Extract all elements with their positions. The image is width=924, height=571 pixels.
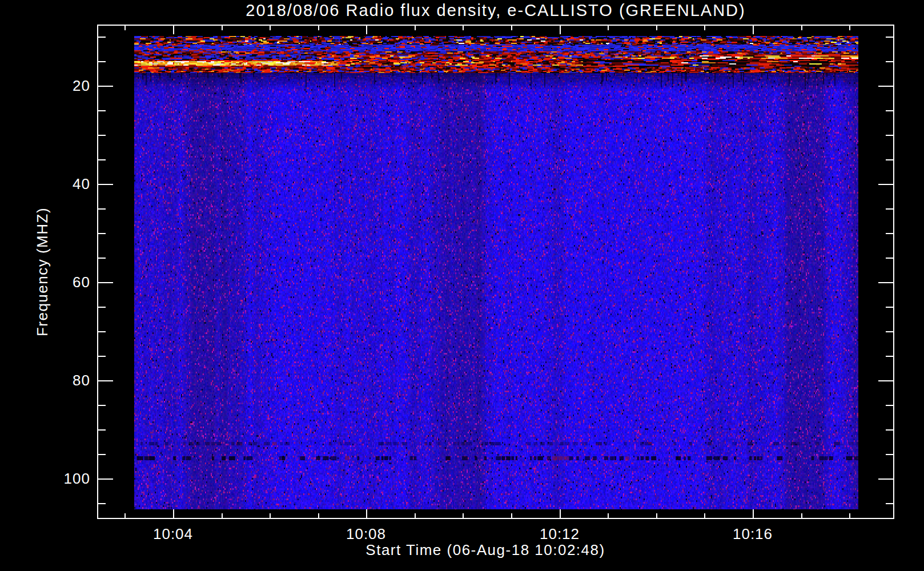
x-axis-minor-tick [270,513,271,518]
y-tick-label: 100 [27,471,90,486]
x-axis-minor-tick-top [801,26,802,30]
x-axis-minor-tick [849,513,850,518]
y-axis-minor-tick-right [886,233,893,234]
y-axis-major-tick-right [878,380,893,381]
y-axis-major-tick-right [878,184,893,185]
x-axis-minor-tick [222,513,223,518]
x-axis-major-tick-top [173,26,174,34]
y-axis-minor-tick-right [886,503,893,504]
x-axis-minor-tick-top [704,26,705,30]
x-axis-minor-tick [608,513,609,518]
y-axis-major-tick [98,86,113,87]
y-axis-major-tick [98,380,113,381]
y-axis-major-tick [98,478,113,480]
y-axis-minor-tick-right [886,307,893,308]
y-axis-minor-tick-right [886,258,893,259]
x-axis-minor-tick [656,513,657,518]
x-axis-minor-tick-top [318,26,319,30]
chart-title: 2018/08/06 Radio flux density, e-CALLIST… [97,1,894,20]
y-axis-minor-tick-right [886,331,893,332]
y-axis-label: Frequency (MHZ) [34,207,51,336]
y-tick-label: 40 [27,176,90,192]
x-axis-minor-tick-top [511,26,512,30]
x-axis-minor-tick [124,513,126,518]
x-tick-label: 10:16 [733,525,773,543]
x-axis-minor-tick-top [415,26,416,30]
x-tick-label: 10:04 [153,525,193,543]
y-axis-minor-tick-right [886,135,893,136]
x-axis-minor-tick [801,513,802,518]
y-axis-minor-tick [98,405,106,406]
y-tick-label: 80 [27,372,90,388]
figure: 2018/08/06 Radio flux density, e-CALLIST… [0,0,924,571]
x-axis-minor-tick-top [849,26,850,30]
x-axis-minor-tick [318,513,319,518]
y-axis-minor-tick [98,110,106,111]
y-axis-minor-tick-right [886,110,893,111]
x-axis-major-tick [753,509,754,518]
y-axis-minor-tick [98,37,106,38]
y-axis-minor-tick [98,454,106,455]
x-axis-minor-tick [704,513,705,518]
x-axis-label: Start Time (06-Aug-18 10:02:48) [365,541,605,559]
y-axis-minor-tick-right [886,61,893,62]
x-axis-major-tick [173,509,174,518]
y-axis-minor-tick [98,61,106,62]
y-axis-minor-tick-right [886,405,893,406]
x-tick-label: 10:12 [540,525,580,543]
x-axis-minor-tick-top [222,26,223,30]
x-axis-major-tick [560,509,561,518]
callisto-spectrogram-page: { "page": { "background": "#000000", "te… [0,0,924,571]
y-axis-minor-tick [98,159,106,160]
y-axis-minor-tick [98,503,106,504]
x-axis-minor-tick-top [463,26,464,30]
y-axis-major-tick-right [878,478,893,480]
y-axis-major-tick-right [878,86,893,87]
plot-frame [97,25,894,519]
x-tick-label: 10:08 [346,525,386,543]
y-axis-major-tick [98,184,113,185]
x-axis-minor-tick-top [124,26,126,30]
y-axis-major-tick-right [878,282,893,283]
y-axis-minor-tick-right [886,208,893,210]
y-axis-minor-tick-right [886,37,893,38]
y-tick-label: 20 [27,78,90,94]
y-axis-major-tick [98,282,113,283]
y-axis-minor-tick [98,307,106,308]
y-axis-minor-tick [98,356,106,357]
y-axis-minor-tick [98,331,106,332]
x-axis-minor-tick-top [608,26,609,30]
y-axis-minor-tick [98,135,106,136]
x-axis-major-tick-top [560,26,561,34]
y-axis-minor-tick-right [886,356,893,357]
x-axis-minor-tick [511,513,512,518]
x-axis-minor-tick-top [270,26,271,30]
x-axis-major-tick-top [366,26,367,34]
x-axis-minor-tick [463,513,464,518]
y-axis-minor-tick-right [886,429,893,431]
y-axis-minor-tick-right [886,454,893,455]
y-axis-minor-tick [98,208,106,210]
x-axis-minor-tick [415,513,416,518]
y-axis-minor-tick-right [886,159,893,160]
x-axis-major-tick [366,509,367,518]
y-axis-minor-tick [98,233,106,234]
y-axis-minor-tick [98,429,106,431]
x-axis-minor-tick-top [656,26,657,30]
y-axis-minor-tick [98,258,106,259]
x-axis-major-tick-top [753,26,754,34]
